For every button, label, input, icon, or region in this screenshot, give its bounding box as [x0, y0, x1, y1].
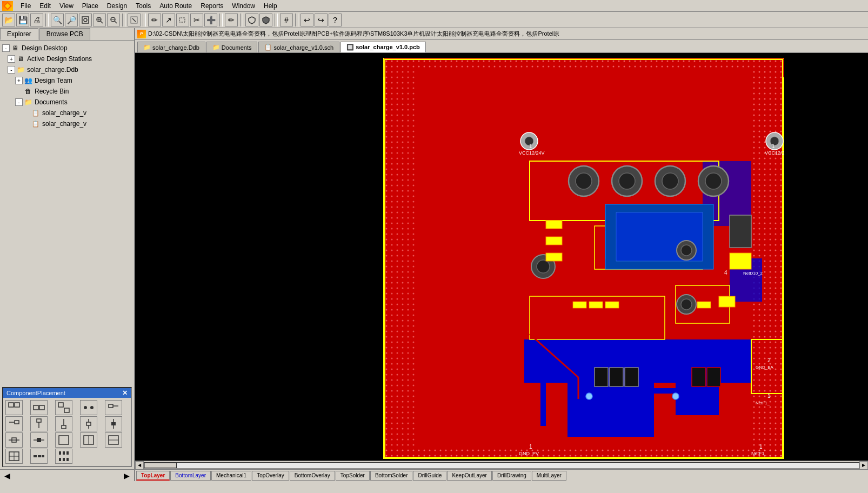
svg-rect-22 — [109, 404, 113, 408]
layer-keepout-label: KeepOutLayer — [452, 472, 487, 478]
tab-pcb[interactable]: 🔲 solar_charge_v1.0.pcb — [340, 42, 426, 52]
svg-rect-38 — [37, 438, 41, 442]
toolbar-undo-btn[interactable]: ↩ — [301, 14, 313, 26]
toolbar-route2-btn[interactable]: ↗ — [162, 14, 175, 26]
scroll-thumb[interactable] — [144, 463, 177, 468]
tree-item-design-desktop[interactable]: - 🖥 Design Desktop — [0, 43, 134, 54]
svg-rect-100 — [697, 302, 711, 308]
menu-design[interactable]: Design — [103, 1, 131, 11]
desktop-icon: 🖥 — [11, 44, 19, 52]
cp-btn-2[interactable] — [30, 400, 48, 415]
tree-expand-active-design[interactable]: + — [8, 55, 15, 63]
cp-btn-18[interactable] — [55, 449, 72, 464]
menu-reports[interactable]: Reports — [196, 1, 228, 11]
tab-explorer[interactable]: Explorer — [0, 28, 38, 40]
layer-tab-drilldrawing[interactable]: DrillDrawing — [492, 471, 531, 481]
cp-btn-13[interactable] — [55, 432, 72, 448]
cp-btn-17[interactable] — [30, 449, 48, 464]
tree-item-design-team[interactable]: + 👥 Design Team — [0, 75, 134, 86]
tree-item-documents[interactable]: - 📁 Documents — [0, 97, 134, 108]
menu-view[interactable]: View — [55, 1, 78, 11]
toolbar-zoom-sel-btn[interactable] — [93, 14, 106, 26]
cp-btn-10[interactable] — [105, 416, 122, 431]
tree-item-solar-ddb[interactable]: - 📁 solar_charge.Ddb — [0, 64, 134, 75]
tree-expand-design-team[interactable]: + — [15, 77, 23, 84]
tree-item-recycle-bin[interactable]: + 🗑 Recycle Bin — [0, 86, 134, 97]
tree-expand-documents[interactable]: - — [15, 98, 23, 106]
tree-item-pcb[interactable]: + 📋 solar_charge_v — [0, 118, 134, 129]
scroll-track[interactable] — [144, 462, 859, 469]
scroll-right-btn[interactable]: ▶ — [859, 461, 868, 470]
cp-btn-12[interactable] — [30, 432, 48, 448]
layer-tab-topsolder[interactable]: TopSolder — [336, 471, 370, 481]
tree-item-active-design[interactable]: + 🖥 Active Design Stations — [0, 54, 134, 64]
cp-btn-14[interactable] — [80, 432, 97, 448]
layer-tab-mechanical1[interactable]: Mechanical1 — [211, 471, 251, 481]
toolbar-zoom-in-btn[interactable]: 🔍 — [51, 14, 64, 26]
cp-btn-1[interactable] — [5, 400, 23, 415]
tab-browse-pcb[interactable]: Browse PCB — [39, 28, 90, 40]
layer-tab-bottomlayer[interactable]: BottomLayer — [170, 471, 211, 481]
toolbar-cut-btn[interactable]: ✂ — [190, 14, 203, 26]
pcb-icon: 📋 — [31, 119, 40, 128]
cp-btn-7[interactable] — [30, 416, 48, 431]
layer-tab-bottomsolder[interactable]: BottomSolder — [370, 471, 413, 481]
menu-window[interactable]: Window — [228, 1, 259, 11]
cp-btn-16[interactable] — [5, 449, 23, 464]
toolbar-shield2-btn[interactable] — [259, 14, 272, 26]
toolbar-redo-btn[interactable]: ↪ — [315, 14, 328, 26]
menu-help[interactable]: Help — [259, 1, 282, 11]
layer-tab-keepout[interactable]: KeepOutLayer — [447, 471, 492, 481]
cp-btn-11[interactable] — [5, 432, 23, 448]
pcb-canvas[interactable]: 1 VCC12/24V 1 VCC12/2 NetD10_2 2 GND_BA … — [135, 53, 868, 461]
panel-tab-bar: Explorer Browse PCB — [0, 28, 134, 41]
panel-nav-right[interactable]: ▶ — [122, 471, 132, 480]
cp-btn-5[interactable] — [105, 400, 122, 415]
toolbar-grid-btn[interactable]: # — [280, 14, 293, 26]
layer-tab-topoverlay[interactable]: TopOverlay — [252, 471, 289, 481]
menu-file[interactable]: File — [16, 1, 35, 11]
toolbar-add-btn[interactable]: ➕ — [204, 14, 217, 26]
toolbar-route1-btn[interactable]: ✏ — [148, 14, 161, 26]
tab-documents[interactable]: 📁 Documents — [206, 42, 258, 52]
layer-tab-multilayer[interactable]: MultiLayer — [532, 471, 566, 481]
svg-rect-94 — [546, 237, 562, 245]
toolbar-open-btn[interactable]: 📂 — [2, 14, 15, 26]
svg-rect-95 — [546, 253, 562, 261]
toolbar-zoom-pan-btn[interactable] — [107, 14, 120, 26]
layer-tab-drillguide[interactable]: DrillGuide — [413, 471, 446, 481]
scroll-left-btn[interactable]: ◀ — [135, 461, 144, 470]
tree-expand-solar-ddb[interactable]: - — [8, 66, 15, 74]
layer-tab-bottomoverlay[interactable]: BottomOverlay — [290, 471, 335, 481]
toolbar-inspect-btn[interactable] — [128, 14, 141, 26]
tab-sch[interactable]: 📋 solar_charge_v1.0.sch — [258, 42, 339, 52]
svg-rect-24 — [15, 421, 19, 424]
component-placement-close-btn[interactable]: ✕ — [122, 389, 128, 397]
tab-solar-ddb[interactable]: 📁 solar_charge.Ddb — [137, 42, 205, 52]
toolbar-shield1-btn[interactable] — [245, 14, 258, 26]
menu-autoroute[interactable]: Auto Route — [155, 1, 196, 11]
menu-place[interactable]: Place — [78, 1, 103, 11]
toolbar-zoom-fit-btn[interactable] — [79, 14, 92, 26]
toolbar-save-btn[interactable]: 💾 — [16, 14, 29, 26]
layer-tab-toplayer[interactable]: TopLayer — [136, 471, 170, 481]
tree-expand-design-desktop[interactable]: - — [2, 44, 10, 52]
toolbar-help-btn[interactable]: ? — [329, 14, 342, 26]
menu-tools[interactable]: Tools — [131, 1, 155, 11]
toolbar-zoom-out-btn[interactable]: 🔎 — [65, 14, 78, 26]
toolbar-sel-rect-btn[interactable] — [176, 14, 189, 26]
toolbar-print-btn[interactable]: 🖨 — [30, 14, 43, 26]
cp-btn-9[interactable] — [80, 416, 97, 431]
svg-rect-55 — [66, 458, 69, 461]
menu-edit[interactable]: Edit — [35, 1, 55, 11]
layer-bottomsolder-label: BottomSolder — [375, 472, 408, 478]
cp-btn-6[interactable] — [5, 416, 23, 431]
panel-nav-left[interactable]: ◀ — [2, 471, 12, 480]
toolbar-draw-btn[interactable]: ✏ — [225, 14, 238, 26]
tree-item-sch[interactable]: + 📋 solar_charge_v — [0, 108, 134, 118]
cp-btn-15[interactable] — [105, 432, 122, 448]
svg-point-81 — [619, 173, 635, 189]
cp-btn-8[interactable] — [55, 416, 72, 431]
cp-btn-3[interactable] — [55, 400, 72, 415]
cp-btn-4[interactable] — [80, 400, 97, 415]
